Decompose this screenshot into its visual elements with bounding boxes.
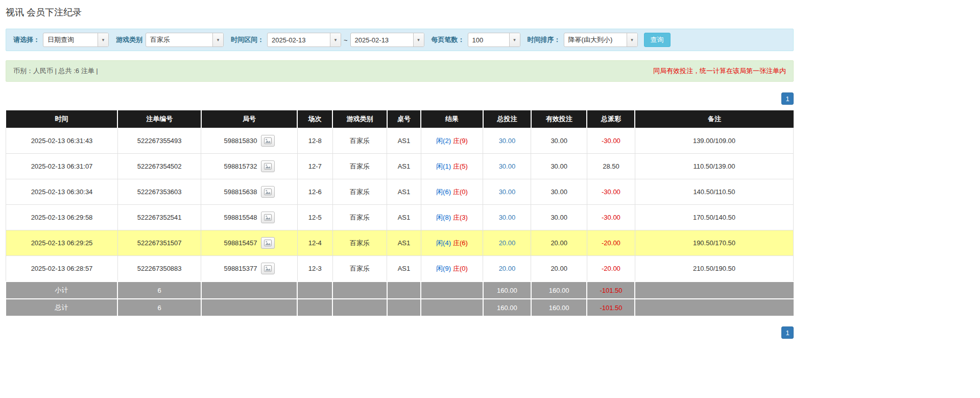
select-dropdown[interactable]: 日期查询 ▾ — [43, 33, 109, 47]
result-image-icon — [264, 214, 272, 221]
summary-payout-cell: -101.50 — [587, 282, 635, 299]
page-button-1[interactable]: 1 — [781, 326, 794, 339]
select-value: 日期查询 — [43, 33, 98, 46]
total-bet-cell: 30.00 — [483, 154, 531, 179]
column-header: 时间 — [6, 110, 118, 128]
round-id: 598815830 — [224, 137, 257, 145]
table-row: 2025-02-13 06:28:57522267350883598815377… — [6, 256, 794, 282]
view-round-media-button[interactable] — [261, 212, 275, 223]
summary-valid-bet-cell: 160.00 — [531, 282, 587, 299]
table-body: 2025-02-13 06:31:43522267355493598815830… — [6, 128, 794, 282]
pagination-bottom: 1 — [6, 326, 794, 339]
records-table: 时间注单编号局号场次游戏类别桌号结果总投注有效投注总派彩备注 2025-02-1… — [6, 110, 794, 316]
table-no-cell: AS1 — [387, 205, 421, 230]
game-type-label: 游戏类别 — [116, 35, 142, 44]
payout-cell: -30.00 — [587, 179, 635, 205]
time-cell: 2025-02-13 06:29:58 — [6, 205, 118, 230]
result-banker: 庄(3) — [453, 214, 468, 221]
table-no-cell: AS1 — [387, 154, 421, 179]
session-cell: 12-6 — [297, 179, 332, 205]
column-header: 备注 — [635, 110, 793, 128]
summary-total-bet-cell: 160.00 — [483, 282, 531, 299]
session-cell: 12-7 — [297, 154, 332, 179]
result-banker: 庄(0) — [453, 265, 468, 272]
time-cell: 2025-02-13 06:30:34 — [6, 179, 118, 205]
total-bet-link[interactable]: 20.00 — [499, 265, 516, 272]
summary-empty-cell — [332, 282, 387, 299]
date-from-dropdown[interactable]: 2025-02-13 ▾ — [267, 33, 341, 47]
round-cell: 598815732 — [201, 154, 297, 179]
remark-cell: 140.50/110.50 — [635, 179, 793, 205]
total-bet-link[interactable]: 30.00 — [499, 137, 516, 145]
summary-empty-cell — [332, 299, 387, 316]
result-cell: 闲(1)庄(5) — [421, 154, 483, 179]
total-bet-link[interactable]: 30.00 — [499, 214, 516, 221]
column-header: 桌号 — [387, 110, 421, 128]
chevron-down-icon[interactable]: ▾ — [330, 33, 341, 46]
payout-cell: -30.00 — [587, 128, 635, 154]
total-bet-link[interactable]: 30.00 — [499, 162, 516, 170]
view-round-media-button[interactable] — [261, 186, 275, 198]
payout-cell: -20.00 — [587, 230, 635, 256]
view-round-media-button[interactable] — [261, 263, 275, 274]
chevron-down-icon[interactable]: ▾ — [627, 33, 637, 46]
view-round-media-button[interactable] — [261, 160, 275, 172]
round-cell: 598815377 — [201, 256, 297, 282]
result-banker: 庄(5) — [453, 162, 468, 170]
round-cell: 598815457 — [201, 230, 297, 256]
column-header: 游戏类别 — [332, 110, 387, 128]
valid-bet-cell: 20.00 — [531, 256, 587, 282]
result-cell: 闲(6)庄(0) — [421, 179, 483, 205]
game-type-cell: 百家乐 — [332, 128, 387, 154]
table-row: 2025-02-13 06:29:25522267351507598815457… — [6, 230, 794, 256]
summary-empty-cell — [421, 282, 483, 299]
table-row: 2025-02-13 06:29:58522267352541598815548… — [6, 205, 794, 230]
chevron-down-icon[interactable]: ▾ — [98, 33, 108, 46]
date-to-dropdown[interactable]: 2025-02-13 ▾ — [350, 33, 424, 47]
time-range-label: 时间区间： — [231, 35, 264, 44]
chevron-down-icon[interactable]: ▾ — [413, 33, 424, 46]
select-label: 请选择： — [13, 35, 40, 44]
valid-bet-cell: 30.00 — [531, 154, 587, 179]
chevron-down-icon[interactable]: ▾ — [212, 33, 223, 46]
page-container: 视讯 会员下注纪录 请选择： 日期查询 ▾ 游戏类别 百家乐 ▾ 时间区间： 2… — [6, 0, 794, 364]
table-no-cell: AS1 — [387, 128, 421, 154]
total-bet-link[interactable]: 30.00 — [499, 188, 516, 196]
round-cell: 598815830 — [201, 128, 297, 154]
result-image-icon — [264, 265, 272, 272]
table-row: 2025-02-13 06:31:07522267354502598815732… — [6, 154, 794, 179]
view-round-media-button[interactable] — [261, 237, 275, 249]
summary-empty-cell — [297, 299, 332, 316]
table-row: 2025-02-13 06:30:34522267353603598815638… — [6, 179, 794, 205]
remark-cell: 190.50/170.50 — [635, 230, 793, 256]
chevron-down-icon[interactable]: ▾ — [509, 33, 520, 46]
round-id: 598815457 — [224, 239, 257, 247]
page-size-value: 100 — [468, 33, 509, 46]
total-bet-cell: 30.00 — [483, 128, 531, 154]
result-image-icon — [264, 240, 272, 246]
total-bet-link[interactable]: 20.00 — [499, 239, 516, 247]
query-button[interactable]: 查询 — [644, 33, 671, 47]
page-size-dropdown[interactable]: 100 ▾ — [468, 33, 520, 47]
summary-empty-cell — [387, 299, 421, 316]
game-type-dropdown[interactable]: 百家乐 ▾ — [146, 33, 224, 47]
game-type-cell: 百家乐 — [332, 230, 387, 256]
view-round-media-button[interactable] — [261, 135, 275, 147]
summary-empty-cell — [421, 299, 483, 316]
valid-bet-cell: 30.00 — [531, 205, 587, 230]
sort-dropdown[interactable]: 降幂(由大到小) ▾ — [564, 33, 638, 47]
time-cell: 2025-02-13 06:29:25 — [6, 230, 118, 256]
round-cell: 598815548 — [201, 205, 297, 230]
table-no-cell: AS1 — [387, 179, 421, 205]
summary-empty-cell — [635, 282, 793, 299]
result-banker: 庄(0) — [453, 188, 468, 196]
valid-bet-cell: 30.00 — [531, 179, 587, 205]
summary-row: 总计6160.00160.00-101.50 — [6, 299, 794, 316]
page-button-1[interactable]: 1 — [781, 92, 794, 105]
result-cell: 闲(9)庄(0) — [421, 256, 483, 282]
round-id: 598815377 — [224, 265, 257, 272]
round-id: 598815548 — [224, 214, 257, 221]
total-bet-cell: 30.00 — [483, 179, 531, 205]
summary-payout-cell: -101.50 — [587, 299, 635, 316]
column-header: 场次 — [297, 110, 332, 128]
